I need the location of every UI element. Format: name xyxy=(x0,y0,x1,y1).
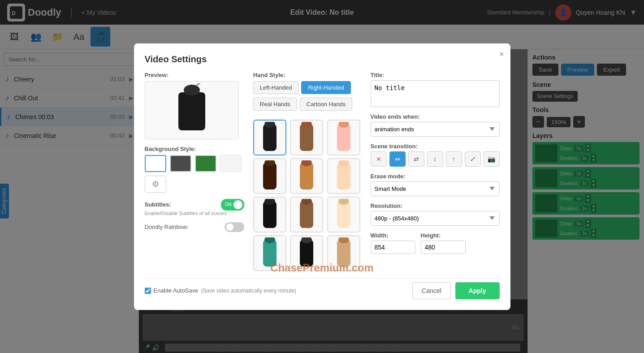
svg-rect-22 xyxy=(337,201,350,228)
transition-buttons: ✕ ⇔ ⇄ ↕ ↑ ⤢ 📷 xyxy=(371,151,500,167)
hand-option-11[interactable] xyxy=(290,235,323,271)
autosave-checkbox[interactable] xyxy=(145,288,151,294)
bg-style-label: Background Style: xyxy=(145,146,244,152)
title-field-label: Title: xyxy=(371,72,500,78)
toggle-thumb xyxy=(233,200,242,209)
footer-actions: Cancel Apply xyxy=(412,282,499,299)
hand-type-buttons: Real Hands Cartoon Hands xyxy=(253,98,362,111)
transition-none-button[interactable]: ✕ xyxy=(371,151,387,167)
hand-handedness-buttons: Left-Handed Right-Handed xyxy=(253,81,362,94)
bg-swatch-white[interactable] xyxy=(145,155,166,172)
real-hands-button[interactable]: Real Hands xyxy=(253,98,297,111)
subtitles-description: Enable/Disable Subtitles of all scenes xyxy=(145,211,244,216)
hand-option-8[interactable] xyxy=(290,197,323,232)
scene-transition-field-group: Scene transition: ✕ ⇔ ⇄ ↕ ↑ ⤢ 📷 xyxy=(371,143,500,167)
hand-svg-9 xyxy=(330,199,357,230)
height-label: Height: xyxy=(421,232,466,239)
svg-rect-16 xyxy=(337,163,350,189)
hand-option-5[interactable] xyxy=(290,158,323,194)
svg-rect-10 xyxy=(337,124,350,151)
hand-svg-10 xyxy=(256,237,283,269)
preview-box xyxy=(145,81,239,139)
modal-overlay: Video Settings × Preview: xyxy=(0,0,644,353)
hand-option-7[interactable] xyxy=(253,197,286,232)
rainbow-row: Doodly Rainbow: xyxy=(145,222,244,232)
video-settings-modal: Video Settings × Preview: xyxy=(134,43,510,310)
transition-fade-button[interactable]: ⇄ xyxy=(408,151,424,167)
hand-option-6[interactable] xyxy=(327,158,360,194)
hand-option-10[interactable] xyxy=(253,235,286,271)
gear-icon: ⚙ xyxy=(152,179,159,189)
hand-svg-4 xyxy=(256,160,283,192)
bg-swatch-green[interactable] xyxy=(195,155,216,172)
subtitles-section: Subtitles: ON Enable/Disable Subtitles o… xyxy=(145,199,244,216)
hand-svg-7 xyxy=(256,199,283,230)
hand-option-9[interactable] xyxy=(327,197,360,232)
erase-mode-label: Erase mode: xyxy=(371,173,500,180)
hand-option-2[interactable] xyxy=(290,120,323,155)
svg-rect-8 xyxy=(300,124,313,151)
svg-rect-6 xyxy=(263,124,277,151)
hand-option-3[interactable] xyxy=(327,120,360,155)
subtitles-label: Subtitles: xyxy=(145,201,171,208)
hand-style-label: Hand Style: xyxy=(253,72,362,78)
modal-left-column: Preview: Backgroun xyxy=(145,72,244,271)
apply-button[interactable]: Apply xyxy=(455,282,500,299)
hand-svg-1 xyxy=(256,122,283,153)
modal-close-button[interactable]: × xyxy=(499,50,504,59)
resolution-select[interactable]: 480p - (854x480) 720p - (1280x720) 1080p… xyxy=(371,211,500,226)
width-input[interactable] xyxy=(371,241,415,254)
rainbow-label: Doodly Rainbow: xyxy=(145,224,189,230)
hand-option-12[interactable] xyxy=(327,235,360,271)
transition-slide-button[interactable]: ⇔ xyxy=(389,151,406,167)
toggle-thumb-sm xyxy=(226,224,233,231)
dimensions-row: Width: Height: xyxy=(371,232,500,254)
autosave-row: Enable AutoSave (Save video automaticall… xyxy=(145,287,407,294)
cartoon-hands-button[interactable]: Cartoon Hands xyxy=(300,98,352,111)
transition-zoom-button[interactable]: ⤢ xyxy=(465,151,481,167)
bg-swatch-light[interactable] xyxy=(220,155,242,172)
svg-rect-18 xyxy=(263,201,277,228)
transition-up-button[interactable]: ↕ xyxy=(427,151,443,167)
hand-svg-12 xyxy=(330,237,357,269)
height-group: Height: xyxy=(421,232,466,254)
hand-svg-6 xyxy=(330,160,357,192)
modal-title: Video Settings xyxy=(145,54,500,65)
svg-rect-28 xyxy=(337,240,350,267)
svg-rect-14 xyxy=(300,163,313,189)
transition-camera-button[interactable]: 📷 xyxy=(484,151,500,167)
subtitles-toggle[interactable]: ON xyxy=(221,199,244,211)
modal-right-column: Title: No title Video ends when: animati… xyxy=(371,72,500,271)
transition-down-button[interactable]: ↑ xyxy=(446,151,462,167)
video-ends-select[interactable]: animation ends last scene ends manually xyxy=(371,122,500,137)
hand-option-4[interactable] xyxy=(253,158,286,194)
modal-middle-column: Hand Style: Left-Handed Right-Handed Rea… xyxy=(253,72,362,271)
width-label: Width: xyxy=(371,232,415,239)
subtitles-row: Subtitles: ON xyxy=(145,199,244,211)
hand-preview-svg xyxy=(165,83,219,137)
svg-rect-12 xyxy=(263,163,277,189)
cancel-button[interactable]: Cancel xyxy=(412,282,451,299)
title-textarea[interactable]: No title xyxy=(371,80,500,107)
modal-footer: Enable AutoSave (Save video automaticall… xyxy=(145,278,500,299)
title-field-group: Title: No title xyxy=(371,72,500,107)
autosave-description: (Save video automatically every minute) xyxy=(201,288,296,294)
rainbow-toggle[interactable] xyxy=(225,222,244,232)
autosave-label: Enable AutoSave xyxy=(154,287,199,294)
height-input[interactable] xyxy=(421,241,466,254)
svg-rect-24 xyxy=(263,240,277,267)
hand-svg-2 xyxy=(293,122,320,153)
left-handed-button[interactable]: Left-Handed xyxy=(253,81,299,94)
modal-body: Preview: Backgroun xyxy=(145,72,500,271)
hand-svg-11 xyxy=(293,237,320,269)
erase-mode-field-group: Erase mode: Smart Mode Manual Mode xyxy=(371,173,500,196)
erase-mode-select[interactable]: Smart Mode Manual Mode xyxy=(371,181,500,196)
bg-swatch-settings[interactable]: ⚙ xyxy=(145,176,166,193)
preview-label: Preview: xyxy=(145,72,244,78)
right-handed-button[interactable]: Right-Handed xyxy=(301,81,350,94)
bg-swatch-dark[interactable] xyxy=(170,155,191,172)
hand-svg-8 xyxy=(293,199,320,230)
svg-rect-20 xyxy=(300,201,313,228)
hand-option-1[interactable] xyxy=(253,120,286,155)
preview-section: Preview: xyxy=(145,72,244,139)
